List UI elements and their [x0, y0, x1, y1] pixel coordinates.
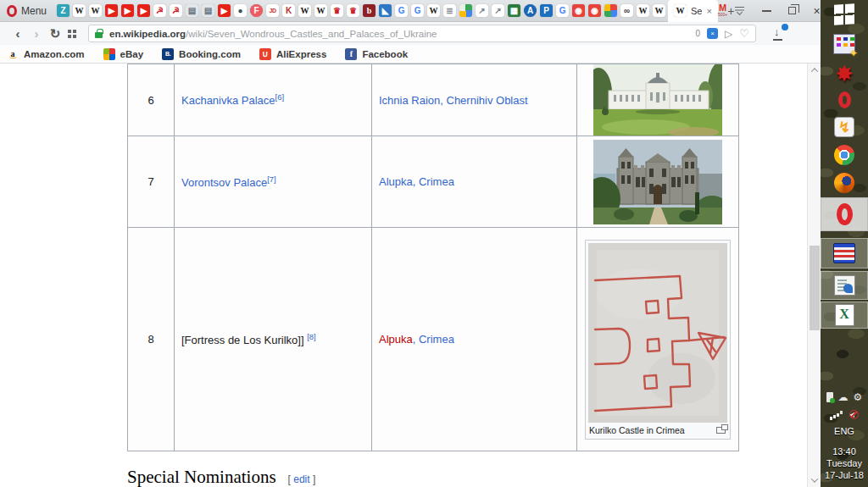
browser-tab[interactable]: ▶ — [136, 0, 152, 22]
browser-tab[interactable]: ♛ — [345, 0, 361, 22]
browser-tab[interactable]: G — [393, 0, 409, 22]
close-button[interactable]: × — [813, 5, 820, 17]
adblock-count: 0 — [696, 29, 701, 38]
new-tab-button[interactable]: + — [727, 4, 734, 18]
tab-close-icon[interactable]: × — [707, 6, 712, 16]
gmail-favicon-icon: M — [719, 4, 726, 12]
network-signal-icon[interactable] — [830, 411, 842, 420]
browser-tab[interactable]: P — [538, 0, 554, 22]
browser-tab[interactable]: ▶ — [216, 0, 232, 22]
taskbar-chrome[interactable] — [821, 143, 868, 167]
taskbar-excel[interactable] — [821, 302, 868, 329]
opera-menu-button[interactable]: Menu — [0, 0, 55, 21]
browser-tab[interactable]: W — [71, 0, 87, 22]
taskbar-desktop-icons-app[interactable] — [821, 30, 868, 58]
location-link[interactable]: , Crimea — [413, 333, 454, 346]
castle-name-link[interactable]: Kachanivka Palace — [181, 95, 275, 108]
browser-tab[interactable]: W — [651, 0, 667, 22]
bookmark-item[interactable]: f Facebook — [345, 48, 408, 60]
browser-tab[interactable]: ♛ — [329, 0, 345, 22]
browser-tab[interactable]: G — [554, 0, 570, 22]
browser-tab[interactable]: W — [426, 0, 442, 22]
kurilko-castle-drawing[interactable] — [588, 243, 727, 423]
browser-tab[interactable]: G — [409, 0, 426, 22]
cloud-icon[interactable]: ☁ — [838, 392, 849, 402]
language-indicator[interactable]: ENG — [821, 426, 868, 436]
browser-tab[interactable]: ◉ — [570, 0, 587, 22]
bookmark-item[interactable]: ∪ AliExpress — [259, 48, 326, 60]
bookmark-item[interactable]: a Amazon.com — [7, 48, 85, 60]
browser-tab[interactable]: ↗ — [490, 0, 506, 22]
location-redlink[interactable]: Alpuka — [379, 333, 413, 346]
taskbar-red-splat-app[interactable]: ✸ — [821, 61, 868, 86]
browser-tab[interactable]: W — [297, 0, 313, 22]
browser-tab[interactable]: ☭ — [152, 0, 168, 22]
browser-tab[interactable]: JD — [264, 0, 281, 22]
browser-tab[interactable]: ▤ — [184, 0, 200, 22]
browser-tab[interactable]: ● — [232, 0, 248, 22]
back-button[interactable]: ‹ — [8, 26, 27, 41]
bookmark-heart-icon[interactable]: ♡ — [739, 27, 749, 40]
settings-icon[interactable]: ⚙ — [854, 392, 863, 402]
browser-tab[interactable]: ▶ — [103, 0, 120, 22]
location-link[interactable]: Ichnia Raion, Chernihiv Oblast — [379, 94, 528, 107]
browser-tab[interactable]: F — [248, 0, 264, 22]
browser-tab[interactable]: ◣ — [377, 0, 393, 22]
adblocker-icon[interactable]: × — [707, 28, 718, 39]
gmail-tab[interactable]: M 500+ — [718, 0, 727, 22]
browser-tab[interactable]: A — [522, 0, 538, 22]
kachanivka-palace-photo[interactable] — [593, 64, 722, 136]
minimize-button[interactable] — [762, 10, 771, 12]
scroll-down-button[interactable] — [808, 473, 821, 487]
reference-link[interactable]: [8] — [307, 332, 316, 341]
usb-device-icon[interactable] — [826, 392, 833, 402]
scrollbar-thumb[interactable] — [810, 246, 820, 330]
taskbar-firefox[interactable] — [821, 171, 868, 195]
browser-tab[interactable] — [603, 0, 619, 22]
speed-dial-icon[interactable] — [68, 30, 76, 38]
vorontsov-palace-photo[interactable] — [593, 140, 722, 224]
browser-tab[interactable]: ▶ — [120, 0, 136, 22]
browser-tab[interactable]: Z — [55, 0, 71, 22]
enlarge-icon[interactable] — [716, 427, 726, 434]
volume-muted-icon[interactable] — [847, 410, 859, 420]
bookmark-label: Facebook — [362, 49, 408, 59]
start-button[interactable] — [821, 2, 868, 27]
browser-tab[interactable]: ◉ — [587, 0, 603, 22]
taskbar-winamp[interactable]: ↯ — [821, 115, 868, 139]
taskbar-file-manager[interactable] — [821, 238, 868, 268]
browser-tab[interactable]: b — [361, 0, 377, 22]
bookmark-item[interactable]: B. Booking.com — [162, 48, 241, 60]
browser-tab[interactable]: W — [87, 0, 103, 22]
browser-tab[interactable]: W — [313, 0, 329, 22]
downloads-button[interactable]: ↓ — [770, 25, 787, 42]
browser-tab[interactable]: ∞ — [619, 0, 635, 22]
bookmark-item[interactable]: eBay — [103, 48, 144, 60]
browser-tab[interactable]: ☭ — [168, 0, 184, 22]
reload-button[interactable]: ↻ — [46, 26, 64, 42]
restore-button[interactable] — [788, 7, 796, 14]
tab-menu-icon[interactable] — [734, 7, 745, 15]
browser-tab[interactable]: ↗ — [474, 0, 490, 22]
castle-name-link[interactable]: Vorontsov Palace — [181, 176, 267, 189]
browser-tab[interactable]: ≣ — [442, 0, 458, 22]
browser-tab[interactable]: W — [635, 0, 651, 22]
browser-tab[interactable]: ▦ — [506, 0, 522, 22]
address-bar[interactable]: en.wikipedia.org/wiki/Seven_Wondrous_Cas… — [88, 25, 756, 42]
taskbar-opera-active[interactable] — [821, 197, 868, 231]
taskbar-dictionary[interactable] — [821, 271, 868, 300]
vertical-scrollbar[interactable] — [807, 64, 821, 487]
browser-tab[interactable]: K — [281, 0, 297, 22]
taskbar-opera[interactable] — [821, 88, 868, 112]
edit-section-link[interactable]: [ edit ] — [288, 473, 316, 485]
forward-button[interactable]: › — [27, 26, 46, 41]
reference-link[interactable]: [6] — [275, 92, 285, 102]
clock-time[interactable]: 13:40 — [821, 446, 868, 457]
reference-link[interactable]: [7] — [267, 174, 276, 184]
location-link[interactable]: Alupka, Crimea — [379, 175, 454, 188]
active-tab[interactable]: W Se × — [668, 0, 718, 22]
browser-tab[interactable] — [458, 0, 474, 22]
share-icon[interactable]: ▷ — [725, 28, 732, 40]
browser-tab[interactable]: ▤ — [200, 0, 216, 22]
scroll-up-button[interactable] — [808, 64, 821, 77]
